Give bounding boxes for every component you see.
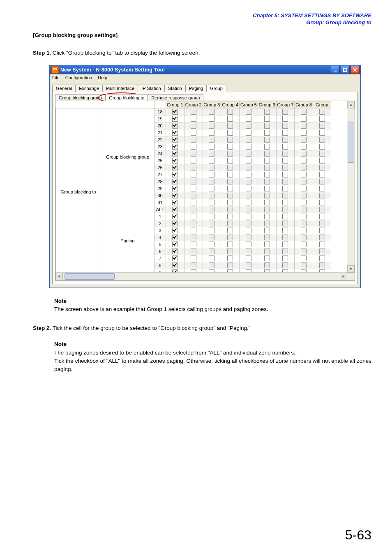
checkbox[interactable] bbox=[246, 221, 251, 226]
checkbox[interactable] bbox=[319, 186, 325, 191]
checkbox[interactable] bbox=[172, 235, 178, 240]
checkbox[interactable] bbox=[319, 179, 325, 184]
checkbox[interactable] bbox=[264, 221, 270, 226]
checkbox[interactable] bbox=[264, 123, 270, 129]
column-header[interactable]: Group bbox=[313, 101, 331, 108]
checkbox[interactable] bbox=[301, 249, 307, 254]
checkbox[interactable] bbox=[282, 200, 288, 205]
checkbox[interactable] bbox=[191, 242, 196, 247]
checkbox[interactable] bbox=[246, 179, 251, 184]
checkbox[interactable] bbox=[172, 165, 178, 170]
tab-ip-station[interactable]: IP Station bbox=[138, 85, 165, 92]
checkbox[interactable] bbox=[246, 109, 251, 115]
checkbox[interactable] bbox=[264, 256, 270, 261]
checkbox[interactable] bbox=[227, 207, 233, 212]
checkbox[interactable] bbox=[282, 249, 288, 254]
checkbox[interactable] bbox=[246, 172, 251, 177]
checkbox[interactable] bbox=[319, 123, 325, 129]
checkbox[interactable] bbox=[319, 221, 325, 226]
checkbox[interactable] bbox=[319, 207, 325, 212]
checkbox[interactable] bbox=[246, 207, 251, 212]
checkbox[interactable] bbox=[246, 186, 251, 191]
checkbox[interactable] bbox=[319, 242, 325, 247]
checkbox[interactable] bbox=[282, 263, 288, 268]
checkbox[interactable] bbox=[246, 200, 251, 205]
checkbox[interactable] bbox=[246, 228, 251, 233]
checkbox[interactable] bbox=[209, 165, 214, 170]
checkbox[interactable] bbox=[227, 193, 233, 198]
checkbox[interactable] bbox=[264, 151, 270, 157]
checkbox[interactable] bbox=[264, 179, 270, 184]
checkbox[interactable] bbox=[246, 151, 251, 157]
checkbox[interactable] bbox=[172, 221, 178, 226]
checkbox[interactable] bbox=[191, 249, 196, 254]
checkbox[interactable] bbox=[209, 207, 214, 212]
checkbox[interactable] bbox=[301, 228, 307, 233]
column-header[interactable]: Group 8 bbox=[295, 101, 313, 108]
checkbox[interactable] bbox=[191, 256, 196, 261]
checkbox[interactable] bbox=[227, 151, 233, 157]
checkbox[interactable] bbox=[264, 137, 270, 143]
checkbox[interactable] bbox=[301, 186, 307, 191]
checkbox[interactable] bbox=[301, 256, 307, 261]
tab-general[interactable]: General bbox=[52, 85, 76, 92]
checkbox[interactable] bbox=[301, 242, 307, 247]
checkbox[interactable] bbox=[227, 165, 233, 170]
checkbox[interactable] bbox=[209, 263, 214, 268]
checkbox[interactable] bbox=[319, 158, 325, 164]
checkbox[interactable] bbox=[319, 130, 325, 136]
checkbox[interactable] bbox=[319, 151, 325, 157]
checkbox[interactable] bbox=[191, 179, 196, 184]
checkbox[interactable] bbox=[191, 228, 196, 233]
checkbox[interactable] bbox=[301, 165, 307, 170]
checkbox[interactable] bbox=[282, 172, 288, 177]
checkbox[interactable] bbox=[227, 249, 233, 254]
checkbox[interactable] bbox=[282, 186, 288, 191]
checkbox[interactable] bbox=[282, 179, 288, 184]
close-button[interactable] bbox=[350, 66, 360, 74]
checkbox[interactable] bbox=[301, 151, 307, 157]
checkbox[interactable] bbox=[227, 137, 233, 143]
checkbox[interactable] bbox=[264, 130, 270, 136]
checkbox[interactable] bbox=[209, 242, 214, 247]
checkbox[interactable] bbox=[264, 263, 270, 268]
checkbox[interactable] bbox=[172, 116, 178, 122]
checkbox[interactable] bbox=[209, 221, 214, 226]
checkbox[interactable] bbox=[209, 137, 214, 143]
checkbox[interactable] bbox=[319, 109, 325, 115]
checkbox[interactable] bbox=[246, 235, 251, 240]
checkbox[interactable] bbox=[172, 214, 178, 219]
checkbox[interactable] bbox=[191, 207, 196, 212]
checkbox[interactable] bbox=[191, 151, 196, 157]
checkbox[interactable] bbox=[246, 256, 251, 261]
checkbox[interactable] bbox=[246, 249, 251, 254]
checkbox[interactable] bbox=[172, 137, 178, 143]
checkbox[interactable] bbox=[227, 172, 233, 177]
checkbox[interactable] bbox=[282, 165, 288, 170]
menu-file[interactable]: File bbox=[52, 75, 60, 80]
checkbox[interactable] bbox=[209, 186, 214, 191]
checkbox[interactable] bbox=[319, 235, 325, 240]
checkbox[interactable] bbox=[319, 263, 325, 268]
checkbox[interactable] bbox=[172, 242, 178, 247]
horizontal-scroll-thumb[interactable] bbox=[65, 273, 115, 280]
checkbox[interactable] bbox=[319, 200, 325, 205]
checkbox[interactable] bbox=[191, 263, 196, 268]
checkbox[interactable] bbox=[264, 242, 270, 247]
checkbox[interactable] bbox=[282, 144, 288, 150]
checkbox[interactable] bbox=[227, 235, 233, 240]
checkbox[interactable] bbox=[191, 158, 196, 164]
checkbox[interactable] bbox=[264, 144, 270, 150]
checkbox[interactable] bbox=[227, 179, 233, 184]
checkbox[interactable] bbox=[209, 116, 214, 122]
checkbox[interactable] bbox=[301, 193, 307, 198]
checkbox[interactable] bbox=[282, 256, 288, 261]
checkbox[interactable] bbox=[191, 193, 196, 198]
checkbox[interactable] bbox=[264, 109, 270, 115]
checkbox[interactable] bbox=[209, 200, 214, 205]
checkbox[interactable] bbox=[227, 109, 233, 115]
vertical-scroll-thumb[interactable] bbox=[348, 121, 354, 163]
checkbox[interactable] bbox=[301, 179, 307, 184]
tab-station[interactable]: Station bbox=[164, 85, 186, 92]
checkbox[interactable] bbox=[227, 242, 233, 247]
